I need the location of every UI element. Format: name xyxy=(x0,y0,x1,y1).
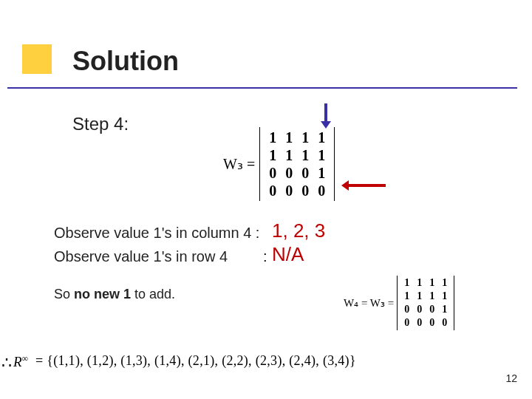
matrix-w3-label: W₃ = xyxy=(223,155,255,173)
arrow-left-icon xyxy=(341,180,386,191)
summary-pre: So xyxy=(54,287,74,301)
summary-post: to add. xyxy=(131,287,175,301)
observe-row-colon: : xyxy=(263,248,267,265)
title-underline xyxy=(7,87,517,89)
matrix-w3-grid: 1111 1111 0001 0000 xyxy=(259,127,335,201)
r-infinity-symbol: R∞ xyxy=(13,353,28,370)
step-label: Step 4: xyxy=(72,114,129,134)
observe-column-value: 1, 2, 3 xyxy=(272,219,325,242)
summary-text: So no new 1 to add. xyxy=(54,287,175,302)
observe-row-value: N/A xyxy=(272,243,304,266)
matrix-w4: W₄ = W₃ = 1111 1111 0001 0000 xyxy=(344,276,454,330)
matrix-w3: W₃ = 1111 1111 0001 0000 xyxy=(223,127,335,201)
result-set: = {(1,1), (1,2), (1,3), (1,4), (2,1), (2… xyxy=(35,353,356,369)
slide-title: Solution xyxy=(72,46,179,77)
slide: Solution Step 4: W₃ = 1111 1111 0001 000… xyxy=(0,0,532,399)
therefore-symbol: ∴ xyxy=(1,353,12,372)
matrix-w4-label: W₄ = W₃ = xyxy=(344,296,394,310)
matrix-w4-grid: 1111 1111 0001 0000 xyxy=(397,276,454,330)
r-superscript: ∞ xyxy=(22,353,29,364)
arrow-down-icon xyxy=(321,103,331,129)
r-letter: R xyxy=(13,354,22,369)
observe-column-text: Observe value 1's in column 4 : xyxy=(54,225,259,242)
summary-bold: no new 1 xyxy=(74,287,131,301)
title-accent-square xyxy=(22,44,52,74)
page-number: 12 xyxy=(505,372,517,384)
observe-row-text: Observe value 1's in row 4 xyxy=(54,248,228,265)
